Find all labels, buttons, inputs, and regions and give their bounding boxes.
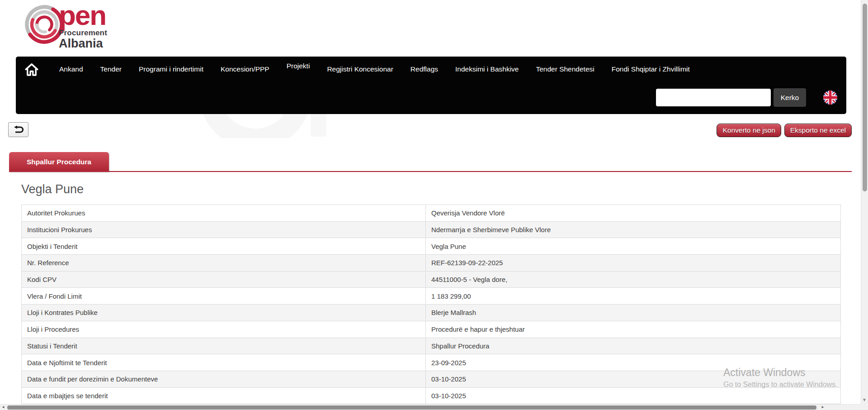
nav-item-programi-i-rindertimit[interactable]: Programi i rindertimit (139, 63, 203, 75)
back-button[interactable] (8, 122, 28, 137)
row-label: Data e fundit per dorezimin e Dokumentev… (22, 371, 426, 387)
nav-item-tender-shendetesi[interactable]: Tender Shendetesi (536, 63, 594, 75)
row-label: Lloji i Procedures (22, 321, 426, 338)
tab-shpallur-procedura[interactable]: Shpallur Procedura (9, 152, 109, 172)
site-logo[interactable]: pen Procurement Albania (24, 4, 127, 50)
search-button[interactable]: Kerko (774, 88, 806, 107)
main-navbar: AnkandTenderProgrami i rindertimitKonces… (16, 57, 846, 114)
nav-item-tender[interactable]: Tender (100, 63, 122, 75)
table-row: Statusi i TenderitShpallur Procedura (22, 338, 841, 354)
row-value: Procedurë e hapur e thjeshtuar (426, 321, 841, 338)
row-value: 44511000-5 - Vegla dore, (426, 271, 841, 288)
english-language-flag-icon[interactable] (823, 91, 837, 105)
table-row: Data e Njoftimit te Tenderit23-09-2025 (22, 354, 841, 371)
nav-item-koncesion-ppp[interactable]: Koncesion/PPP (221, 63, 269, 75)
tab-underline (9, 171, 852, 172)
row-value: Ndermarrja e Sherbimeve Publike Vlore (426, 221, 841, 238)
table-row: Vlera / Fondi Limit1 183 299,00 (22, 288, 841, 305)
row-label: Autoritet Prokurues (22, 205, 426, 222)
row-label: Vlera / Fondi Limit (22, 288, 426, 305)
row-value: Qeverisja Vendore Vlorë (426, 205, 841, 222)
scroll-left-arrow-icon[interactable]: ◄ (1, 405, 5, 409)
nav-search-group: Kerko (656, 88, 838, 107)
nav-item-fondi-shqiptar-i-zhvillimit[interactable]: Fondi Shqiptar i Zhvillimit (612, 63, 690, 75)
logo-albania-text: Albania (59, 38, 127, 50)
row-label: Lloji i Kontrates Publike (22, 305, 426, 321)
row-value: 03-10-2025 (426, 371, 841, 387)
row-value: Blerje Mallrash (426, 305, 841, 321)
page-title: Vegla Pune (21, 182, 84, 196)
row-value: Shpallur Procedura (426, 338, 841, 354)
row-value: 23-09-2025 (426, 354, 841, 371)
nav-item-regjistri-koncesionar[interactable]: Regjistri Koncesionar (327, 63, 393, 75)
row-label: Data e mbajtjes se tenderit (22, 387, 426, 404)
row-label: Nr. Reference (22, 255, 426, 272)
nav-item-redflags[interactable]: Redflags (410, 63, 438, 75)
table-row: Data e mbajtjes se tenderit03-10-2025 (22, 387, 841, 404)
row-label: Data e Njoftimit te Tenderit (22, 354, 426, 371)
vertical-scrollbar[interactable]: ▼ (861, 0, 868, 404)
row-value: Vegla Pune (426, 238, 841, 255)
home-icon[interactable] (24, 62, 39, 77)
horizontal-scrollbar[interactable]: ◄ ► (0, 404, 861, 410)
export-excel-button[interactable]: Eksporto ne excel (784, 124, 852, 137)
table-row: Data e fundit per dorezimin e Dokumentev… (22, 371, 841, 387)
row-label: Institucioni Prokurues (22, 221, 426, 238)
logo-text: pen Procurement Albania (59, 4, 127, 50)
row-label: Statusi i Tenderit (22, 338, 426, 354)
row-label: Objekti i Tenderit (22, 238, 426, 255)
row-label: Kodi CPV (22, 271, 426, 288)
row-value: REF-62139-09-22-2025 (426, 255, 841, 272)
logo-open-text: pen (59, 4, 127, 28)
logo-procurement-text: Procurement (59, 29, 127, 38)
tender-details-table: Autoritet ProkuruesQeverisja Vendore Vlo… (21, 205, 841, 404)
row-value: 1 183 299,00 (426, 288, 841, 305)
scroll-right-arrow-icon[interactable]: ► (821, 405, 825, 409)
export-actions: Konverto ne json Eksporto ne excel (717, 124, 852, 137)
nav-item-ankand[interactable]: Ankand (59, 63, 83, 75)
table-row: Autoritet ProkuruesQeverisja Vendore Vlo… (22, 205, 841, 222)
convert-json-button[interactable]: Konverto ne json (717, 124, 781, 137)
table-row: Kodi CPV44511000-5 - Vegla dore, (22, 271, 841, 288)
table-row: Nr. ReferenceREF-62139-09-22-2025 (22, 255, 841, 272)
page-root: pen pen Procurement Albania AnkandTender… (0, 0, 868, 410)
search-input[interactable] (656, 89, 771, 106)
table-row: Institucioni ProkuruesNdermarrja e Sherb… (22, 221, 841, 238)
vertical-scrollbar-thumb[interactable] (863, 4, 867, 191)
row-value: 03-10-2025 (426, 387, 841, 404)
nav-item-projekti[interactable]: Projekti (287, 60, 310, 72)
table-row: Objekti i TenderitVegla Pune (22, 238, 841, 255)
nav-links: AnkandTenderProgrami i rindertimitKonces… (59, 63, 690, 75)
table-row: Lloji i Kontrates PublikeBlerje Mallrash (22, 305, 841, 321)
scroll-down-arrow-icon[interactable]: ▼ (862, 397, 867, 402)
horizontal-scrollbar-thumb[interactable] (7, 405, 816, 410)
nav-item-indeksimi-i-bashkive[interactable]: Indeksimi i Bashkive (455, 63, 519, 75)
table-row: Lloji i ProceduresProcedurë e hapur e th… (22, 321, 841, 338)
return-arrow-icon (13, 125, 24, 134)
tender-details-body: Autoritet ProkuruesQeverisja Vendore Vlo… (22, 205, 841, 404)
scrollbar-corner (861, 404, 868, 410)
